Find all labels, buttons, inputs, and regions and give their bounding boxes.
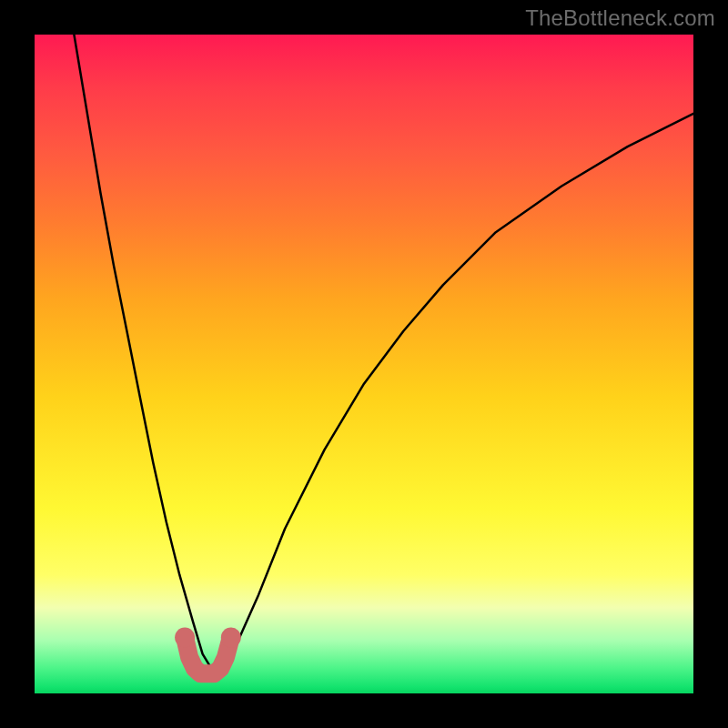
watermark-text: TheBottleneck.com — [525, 5, 715, 31]
highlight-endpoints — [175, 628, 241, 648]
chart-frame: TheBottleneck.com — [0, 0, 728, 728]
plot-area — [35, 35, 693, 693]
highlight-dot — [175, 628, 195, 648]
bottleneck-curve — [74, 35, 693, 671]
chart-svg — [35, 35, 693, 693]
highlight-dot — [221, 628, 241, 648]
